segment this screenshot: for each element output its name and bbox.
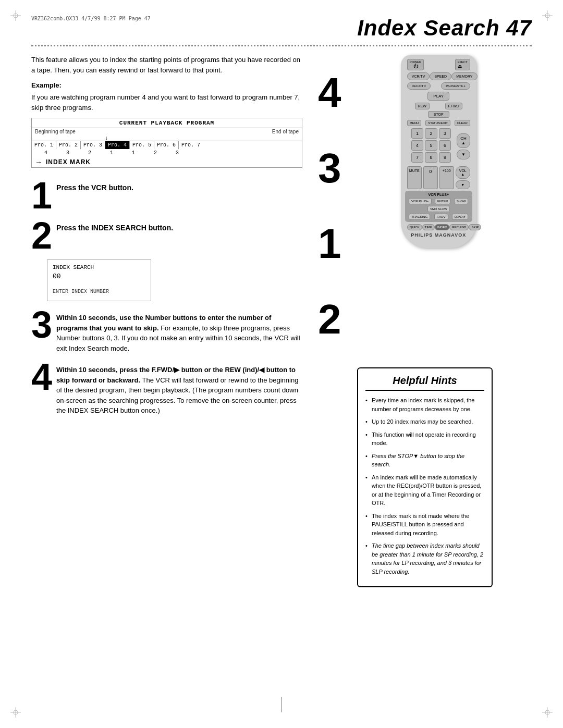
rec-pause-row: REC/OTR PAUSE/STILL	[405, 82, 472, 90]
step-1-content: Press the VCR button.	[56, 179, 302, 194]
stop-button[interactable]: STOP	[428, 111, 449, 118]
playback-table-sub: Beginning of tape End of tape	[32, 128, 302, 135]
pause-still-button[interactable]: PAUSE/STILL	[441, 82, 470, 90]
ch-buttons: CH▲ ▼	[457, 128, 470, 165]
step-2-section: 2 Press the INDEX SEARCH button.	[31, 219, 302, 254]
rec-otr-button[interactable]: REC/OTR	[407, 82, 431, 90]
num-3-button[interactable]: 3	[439, 128, 451, 139]
zero-button[interactable]: 0	[423, 166, 438, 189]
bottom-row: QUICK TIME INDEX REC.END SKIP	[405, 224, 472, 230]
numpad-area: 1 2 3 4 5 6 7 8 9 CH▲ ▼	[405, 128, 472, 165]
transport-row: REW F.FWD	[405, 103, 472, 109]
main-layout: This feature allows you to index the sta…	[31, 55, 532, 587]
r-step-4: 4	[318, 72, 341, 114]
num-4-button[interactable]: 4	[411, 140, 423, 151]
playback-table: CURRENT PLAYBACK PROGRAM Beginning of ta…	[31, 118, 302, 168]
vmr-slow-button[interactable]: VMR SLOW	[427, 206, 450, 212]
ch-up-button[interactable]: CH▲	[457, 133, 470, 148]
numpad: 1 2 3 4 5 6 7 8 9	[407, 128, 455, 163]
num-7-button[interactable]: 7	[411, 152, 423, 163]
mute-button[interactable]: MUTE	[407, 166, 422, 189]
power-button[interactable]: POWER ⏻	[407, 59, 424, 70]
mute-vol-area: MUTE 0 +100 VOL▲ ▼	[405, 166, 472, 189]
rec-end-button[interactable]: REC.END	[449, 224, 469, 230]
num-1-button[interactable]: 1	[411, 128, 423, 139]
title-area: Index Search 47	[151, 16, 532, 41]
prog-4-highlighted: Pro. 4	[105, 141, 130, 149]
vcr-row: VCR/TV SPEED MEMORY	[405, 72, 472, 80]
num-9-button[interactable]: 9	[439, 152, 451, 163]
index-button[interactable]: INDEX	[435, 224, 449, 230]
vol-buttons: VOL▲ ▼	[456, 166, 470, 189]
ffwd-button[interactable]: F.FWD	[445, 103, 462, 109]
prog-6: Pro. 6	[154, 141, 179, 149]
index-search-display: INDEX SEARCH 00 ENTER INDEX NUMBER	[47, 260, 151, 301]
vol-down-button[interactable]: ▼	[456, 180, 470, 189]
num-6-button[interactable]: 6	[439, 140, 451, 151]
tracking-button[interactable]: TRACKING	[409, 214, 430, 220]
status-exit-button[interactable]: STATUS/EXIT	[425, 120, 450, 126]
remote-brand: PHILIPS MAGNAVOX	[405, 232, 472, 238]
example-text: If you are watching program number 4 and…	[31, 92, 302, 113]
step-3-number: 3	[31, 306, 52, 343]
vcrplus-row1: VCR PLUS+ ENTER SLOW	[407, 198, 470, 204]
num-5-button[interactable]: 5	[425, 140, 437, 151]
step-4-text: Within 10 seconds, press the F.FWD/▶ but…	[56, 365, 302, 416]
vcrplus-area: VCR PLUS+ VCR PLUS+ ENTER SLOW VMR SLOW …	[405, 191, 472, 222]
footer-divider	[281, 697, 282, 712]
helpful-hints-list: Every time an index mark is skipped, the…	[365, 396, 484, 576]
step-2-number: 2	[31, 217, 52, 254]
stop-row: STOP	[405, 111, 472, 118]
hint-4: Press the STOP▼ button to stop the searc…	[365, 452, 484, 469]
remote-top-row: POWER ⏻ EJECT ⏏	[405, 59, 472, 70]
step-2-content: Press the INDEX SEARCH button.	[56, 219, 302, 234]
menu-button[interactable]: MENU	[407, 120, 422, 126]
vcr-plus-button[interactable]: VCR PLUS+	[409, 198, 432, 204]
hint-7: The time gap between index marks should …	[365, 541, 484, 576]
remote-control: POWER ⏻ EJECT ⏏ VCR/TV SPEED MEMORY	[401, 55, 476, 248]
vcrplus-row3: TRACKING F.ADV Q.PLAY	[407, 214, 470, 220]
step-4-content: Within 10 seconds, press the F.FWD/▶ but…	[56, 361, 302, 416]
page-title: Index Search 47	[357, 16, 532, 40]
intro-text: This feature allows you to index the sta…	[31, 55, 302, 75]
beginning-label: Beginning of tape	[35, 129, 76, 134]
fadv-button[interactable]: F.ADV	[434, 214, 448, 220]
qplay-button[interactable]: Q.PLAY	[452, 214, 468, 220]
rew-button[interactable]: REW	[415, 103, 430, 109]
index-numbers-row: 4 3 2 1 1 2 3	[32, 149, 302, 156]
speed-button[interactable]: SPEED	[430, 72, 451, 80]
enter-button[interactable]: ENTER	[435, 198, 450, 204]
reg-mark-bl	[10, 707, 21, 718]
num-2-button[interactable]: 2	[425, 128, 437, 139]
vcrplus-row2: VMR SLOW	[407, 206, 470, 212]
vcrplus-label: VCR PLUS+	[407, 193, 470, 196]
hint-6: The index mark is not made where the PAU…	[365, 512, 484, 538]
ch-down-button[interactable]: ▼	[457, 150, 470, 159]
step-1-number: 1	[31, 177, 52, 214]
vcr-tv-button[interactable]: VCR/TV	[407, 72, 430, 80]
r-step-1: 1	[318, 223, 341, 265]
skip-button[interactable]: SKIP	[469, 224, 481, 230]
vol-up-button[interactable]: VOL▲	[456, 166, 470, 179]
prog-2: Pro. 2	[56, 141, 81, 149]
play-button[interactable]: PLAY	[427, 92, 449, 101]
plus100-button[interactable]: +100	[439, 166, 454, 189]
mute-row: MUTE 0 +100	[407, 166, 454, 189]
clear-button[interactable]: CLEAR	[455, 120, 470, 126]
play-area: PLAY	[405, 92, 472, 101]
r-step-3: 3	[318, 147, 341, 189]
step-2-title: Press the INDEX SEARCH button.	[56, 224, 302, 232]
memory-button[interactable]: MEMORY	[451, 72, 477, 80]
playback-table-header: CURRENT PLAYBACK PROGRAM	[32, 118, 302, 128]
reg-mark-tr	[542, 10, 553, 21]
menu-row: MENU STATUS/EXIT CLEAR	[405, 120, 472, 126]
prog-5: Pro. 5	[130, 141, 154, 149]
num-8-button[interactable]: 8	[425, 152, 437, 163]
hint-2: Up to 20 index marks may be searched.	[365, 417, 484, 426]
slow-button[interactable]: SLOW	[454, 198, 469, 204]
time-button[interactable]: TIME	[422, 224, 435, 230]
prog-7: Pro. 7	[179, 141, 203, 149]
quick-button[interactable]: QUICK	[407, 224, 422, 230]
eject-button[interactable]: EJECT ⏏	[455, 59, 470, 70]
remote-step-numbers: 4 3 1 2	[318, 55, 341, 357]
